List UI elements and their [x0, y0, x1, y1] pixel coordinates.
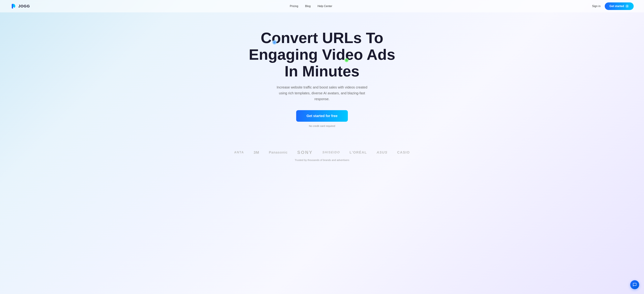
- hero-cta-button[interactable]: Get started for free: [296, 110, 348, 122]
- nav-link-help[interactable]: Help Center: [318, 5, 332, 8]
- nav-item-blog[interactable]: Blog: [305, 5, 311, 8]
- nav-item-pricing[interactable]: Pricing: [290, 5, 298, 8]
- logo-icon: [10, 3, 17, 10]
- get-started-icon: ✦: [626, 4, 629, 8]
- brands-tagline: Trusted by thousands of brands and adver…: [294, 158, 349, 162]
- logo-link[interactable]: JOGG: [10, 3, 30, 10]
- brand-sony: SONY: [297, 150, 313, 155]
- nav-item-help[interactable]: Help Center: [318, 5, 332, 8]
- hero-title-line1: Convert URLs To Engaging Video Ads: [249, 29, 395, 63]
- brand-shiseido: SHISEIDO: [322, 150, 340, 154]
- chat-button[interactable]: [630, 280, 639, 289]
- navbar: JOGG Pricing Blog Help Center Sign in Ge…: [0, 0, 644, 12]
- nav-links: Pricing Blog Help Center: [290, 5, 332, 8]
- brand-3m: 3M: [254, 150, 259, 155]
- hero-cta-label: Get started for free: [306, 114, 338, 118]
- brand-asus: ASUS: [376, 150, 388, 154]
- nav-link-pricing[interactable]: Pricing: [290, 5, 298, 8]
- brands-row: ANTA 3M Panasonic SONY SHISEIDO L'ORÉAL …: [234, 150, 410, 155]
- brand-casio: CASIO: [397, 150, 410, 154]
- brand-anta: ANTA: [234, 150, 244, 154]
- hero-title: Convert URLs To Engaging Video Ads In Mi…: [227, 30, 417, 80]
- logo-text: JOGG: [18, 4, 30, 8]
- hero-title-line2: In Minutes: [284, 63, 359, 80]
- sparkle-blue-decoration: [272, 40, 277, 45]
- nav-link-blog[interactable]: Blog: [305, 5, 311, 8]
- hero-subtitle: Increase website traffic and boost sales…: [274, 84, 370, 102]
- brand-loreal: L'ORÉAL: [350, 150, 367, 154]
- brands-section: ANTA 3M Panasonic SONY SHISEIDO L'ORÉAL …: [0, 150, 644, 172]
- brand-panasonic: Panasonic: [269, 150, 288, 154]
- hero-section: Convert URLs To Engaging Video Ads In Mi…: [0, 12, 644, 150]
- sparkle-green-decoration: [344, 58, 349, 62]
- get-started-label: Get started: [610, 5, 624, 8]
- get-started-button[interactable]: Get started ✦: [605, 2, 634, 10]
- nav-right: Sign in Get started ✦: [592, 2, 634, 10]
- hero-note: No credit card required: [309, 124, 335, 128]
- chat-icon: [633, 283, 637, 287]
- sign-in-link[interactable]: Sign in: [592, 5, 600, 8]
